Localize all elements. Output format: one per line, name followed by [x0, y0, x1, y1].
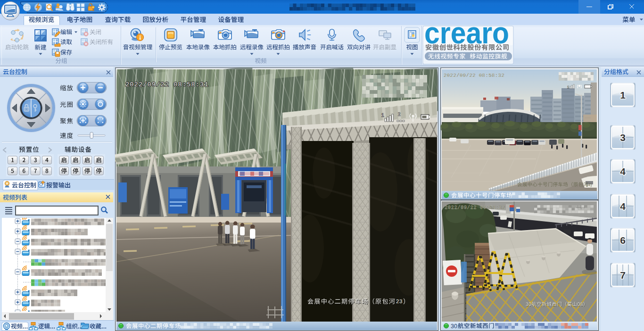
svg-text:4: 4	[620, 201, 626, 212]
svg-text:23: 23	[396, 298, 403, 304]
svg-text:2: 2	[398, 112, 401, 117]
svg-text:2022/09/22 08:58:32: 2022/09/22 08:58:32	[445, 205, 505, 210]
svg-text:6: 6	[620, 235, 626, 246]
svg-text:1: 1	[567, 85, 570, 89]
svg-text:3: 3	[620, 132, 626, 143]
svg-text:1: 1	[620, 90, 626, 100]
svg-text:7: 7	[620, 270, 626, 281]
svg-text:4: 4	[620, 166, 626, 177]
svg-text:2022/09/22 08:58:32: 2022/09/22 08:58:32	[444, 73, 504, 78]
svg-text:1: 1	[381, 113, 384, 118]
svg-text:2022/09/22 08:58:31: 2022/09/22 08:58:31	[125, 81, 209, 88]
svg-text:30: 30	[451, 323, 457, 330]
svg-text:14): 14)	[586, 182, 592, 187]
